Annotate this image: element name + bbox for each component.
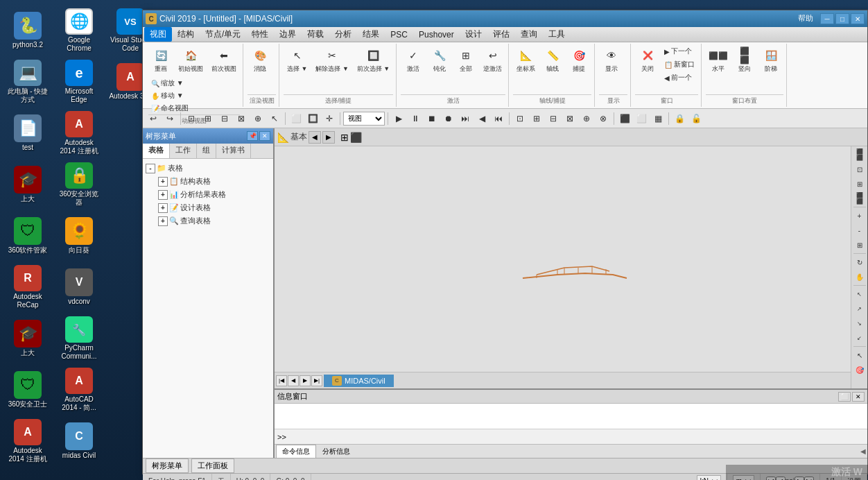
desktop-icon-edge[interactable]: e Microsoft Edge: [54, 57, 104, 107]
right-tool-4[interactable]: ⬛⬛: [853, 191, 867, 205]
right-tool-3[interactable]: ⊞: [853, 177, 867, 191]
draw-tab-midas[interactable]: C MIDAS/Civil: [324, 375, 394, 387]
ribbon-btn-render[interactable]: 🎨 消隐: [248, 45, 272, 76]
bottom-tab-tree[interactable]: 树形菜单: [146, 458, 189, 473]
desktop-icon-vdconv[interactable]: V vdconv: [54, 262, 104, 312]
tool-undo[interactable]: ↩: [146, 111, 161, 126]
tool-grid2[interactable]: ⊞: [529, 111, 544, 126]
desktop-icon-autocad[interactable]: A AutoCAD 2014 - 简...: [54, 365, 104, 415]
ribbon-btn-next-win[interactable]: ▶ 下一个: [661, 45, 697, 58]
ribbon-btn-select[interactable]: ↖ 选择 ▼: [284, 45, 311, 76]
drawing-nav-next[interactable]: ▶: [322, 131, 335, 144]
status-unit-select1[interactable]: kN: [697, 475, 721, 481]
menu-item-boundary[interactable]: 边界: [274, 27, 302, 42]
menu-item-tools[interactable]: 工具: [543, 27, 571, 42]
desktop-icon-autodesk2014b[interactable]: A Autodesk 2014 注册机: [54, 108, 104, 158]
right-zoom-out[interactable]: -: [853, 223, 867, 237]
minimize-button[interactable]: ─: [820, 13, 834, 24]
tree-expander-tables[interactable]: -: [146, 164, 155, 173]
ribbon-btn-display[interactable]: 👁 显示: [599, 45, 624, 76]
tool-fit[interactable]: ⊞: [200, 111, 216, 126]
draw-tab-last[interactable]: ▶|: [311, 375, 322, 386]
desktop-icon-python[interactable]: 🐍 python3.2: [3, 6, 53, 55]
menu-item-psc[interactable]: PSC: [385, 28, 413, 41]
desktop-icon-360guard[interactable]: 🛡 360安全卫士: [3, 365, 53, 415]
menu-item-results[interactable]: 结果: [357, 27, 385, 42]
tree-expander-query[interactable]: +: [158, 216, 168, 226]
panel-tab-group[interactable]: 组: [197, 144, 216, 158]
desktop-icon-test[interactable]: 📄 test: [3, 108, 53, 158]
ribbon-btn-activate[interactable]: ✓ 激活: [401, 45, 426, 76]
cmd-tab-command[interactable]: 命令信息: [276, 445, 316, 458]
help-menu-btn[interactable]: 帮助: [798, 13, 813, 24]
tool-snap3[interactable]: ⏹: [424, 111, 440, 126]
menu-item-query[interactable]: 查询: [515, 27, 543, 42]
ribbon-btn-move[interactable]: ✋ 移动 ▼: [148, 89, 240, 102]
menu-item-analysis[interactable]: 分析: [329, 27, 357, 42]
ribbon-btn-prev-select[interactable]: 🔲 前次选择 ▼: [354, 45, 393, 76]
ribbon-btn-home-view[interactable]: 🏠 初始视图: [175, 45, 207, 76]
ribbon-btn-close-win[interactable]: ❌ 关闭: [635, 45, 660, 94]
ribbon-btn-inverse[interactable]: ↩ 逆激活: [480, 45, 505, 76]
right-view3[interactable]: ↘: [853, 316, 867, 330]
tool-grid6[interactable]: ⊗: [596, 111, 611, 126]
right-view2[interactable]: ↗: [853, 302, 867, 316]
desktop-icon-autodesk2014[interactable]: A Autodesk 2014 注册机: [3, 416, 53, 466]
tool-select-box2[interactable]: ⬜: [288, 111, 304, 126]
tool-poly[interactable]: 🔲: [305, 111, 320, 126]
tree-expander-structure[interactable]: +: [158, 177, 168, 187]
tool-snap2[interactable]: ⏸: [408, 111, 423, 126]
info-panel-float[interactable]: ⬜: [838, 392, 851, 402]
drawing-nav-prev[interactable]: ◀: [309, 131, 321, 144]
tool-grid1[interactable]: ⊡: [512, 111, 528, 126]
tree-item-tables[interactable]: - 📁 表格: [143, 162, 273, 175]
tool-zoom-in[interactable]: ⊟: [217, 111, 232, 126]
desktop-icon-mycomputer[interactable]: 💻 此电脑 - 快捷方式: [3, 57, 53, 107]
tool-snap6[interactable]: ◀: [474, 111, 489, 126]
tool-display1[interactable]: ⬛: [617, 111, 632, 126]
tree-item-structure-tables[interactable]: + 📋 结构表格: [143, 175, 273, 188]
tree-expander-analysis[interactable]: +: [158, 190, 168, 200]
desktop-icon-midascivil[interactable]: C midas Civil: [54, 416, 104, 466]
tool-snap4[interactable]: ⏺: [441, 111, 456, 126]
right-zoom-in[interactable]: +: [853, 209, 867, 223]
maximize-button[interactable]: □: [835, 13, 849, 24]
tool-snap7[interactable]: ⏮: [491, 111, 506, 126]
ribbon-btn-all[interactable]: ⊞ 全部: [453, 45, 478, 76]
right-tool-2[interactable]: ⊡: [853, 162, 867, 176]
menu-item-properties[interactable]: 特性: [246, 27, 274, 42]
right-view4[interactable]: ↙: [853, 331, 867, 345]
right-pan[interactable]: ✋: [853, 270, 867, 284]
ribbon-btn-deselect[interactable]: ✂ 解除选择 ▼: [312, 45, 351, 76]
tool-lock2[interactable]: 🔓: [688, 111, 704, 126]
menu-item-design[interactable]: 设计: [460, 27, 487, 42]
tree-item-design-tables[interactable]: + 📝 设计表格: [143, 201, 273, 214]
right-tool-1[interactable]: ⬛⬛: [853, 148, 867, 162]
tool-rotate[interactable]: ⊕: [250, 111, 266, 126]
tree-item-analysis-tables[interactable]: + 📊 分析结果表格: [143, 188, 273, 201]
menu-item-structure[interactable]: 结构: [172, 27, 200, 42]
right-rotate[interactable]: ↻: [853, 255, 867, 269]
menu-item-view[interactable]: 视图: [144, 27, 172, 42]
panel-pin-button[interactable]: 📌: [247, 131, 258, 141]
ribbon-btn-prev-win[interactable]: ◀ 前一个: [661, 71, 697, 84]
ribbon-btn-cascade[interactable]: 🪟 阶梯: [758, 45, 783, 76]
desktop-icon-shanda[interactable]: 🎓 上大: [3, 160, 53, 209]
draw-tab-first[interactable]: |◀: [276, 375, 287, 386]
right-select[interactable]: ↖: [853, 348, 867, 362]
ribbon-btn-coords[interactable]: 📐 坐标系: [513, 45, 539, 76]
drawing-canvas[interactable]: ⬛⬛ ⊡ ⊞ ⬛⬛ + - ⊞ ↻ ✋ ↖ ↗ ↘: [275, 146, 867, 388]
panel-tab-work[interactable]: 工作: [170, 144, 197, 158]
tool-grid3[interactable]: ⊟: [546, 111, 561, 126]
tree-item-query-tables[interactable]: + 🔍 查询表格: [143, 214, 273, 228]
panel-tab-table[interactable]: 表格: [143, 144, 170, 158]
tool-cross[interactable]: ✛: [322, 111, 337, 126]
desktop-icon-chrome[interactable]: 🌐 Google Chrome: [54, 6, 104, 55]
ribbon-btn-deactivate[interactable]: 🔧 钝化: [427, 45, 452, 76]
tool-select-box[interactable]: ⊡: [184, 111, 199, 126]
tool-snap5[interactable]: ⏭: [458, 111, 473, 126]
ribbon-btn-zoom[interactable]: 🔍 缩放 ▼: [148, 77, 240, 89]
info-panel-close[interactable]: ✕: [852, 392, 865, 402]
desktop-icon-shanda2[interactable]: 🎓 上大: [3, 314, 53, 363]
desktop-icon-sunflower[interactable]: 🌻 向日葵: [54, 211, 104, 261]
